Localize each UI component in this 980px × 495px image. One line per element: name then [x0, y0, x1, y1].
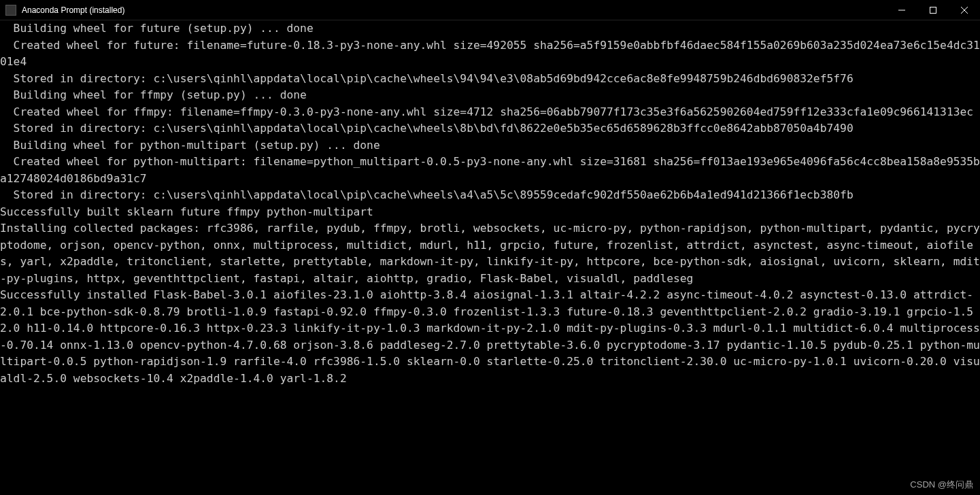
terminal-line: Building wheel for python-multipart (set…	[0, 139, 380, 152]
terminal-line: Building wheel for future (setup.py) ...…	[0, 22, 314, 35]
watermark: CSDN @终问鼎	[910, 479, 973, 491]
close-button[interactable]	[949, 0, 980, 20]
close-icon	[961, 7, 968, 14]
terminal-line: Successfully built sklearn future ffmpy …	[0, 205, 373, 218]
window-title: Anaconda Prompt (installed)	[22, 5, 886, 15]
terminal-line: Created wheel for python-multipart: file…	[0, 155, 980, 185]
terminal-line: Stored in directory: c:\users\qinhl\appd…	[0, 72, 854, 85]
terminal-line: Stored in directory: c:\users\qinhl\appd…	[0, 122, 854, 135]
minimize-button[interactable]	[886, 0, 917, 20]
window-controls	[886, 0, 980, 20]
title-bar: Anaconda Prompt (installed)	[0, 0, 980, 20]
maximize-icon	[930, 7, 936, 14]
terminal-line: Successfully installed Flask-Babel-3.0.1…	[0, 288, 980, 385]
terminal-output[interactable]: Building wheel for future (setup.py) ...…	[0, 20, 980, 387]
svg-rect-1	[930, 7, 936, 13]
terminal-line: Building wheel for ffmpy (setup.py) ... …	[0, 88, 307, 101]
app-icon	[5, 5, 16, 16]
terminal-line: Installing collected packages: rfc3986, …	[0, 222, 980, 285]
minimize-icon	[898, 7, 905, 14]
terminal-line: Created wheel for future: filename=futur…	[0, 39, 980, 69]
terminal-line: Stored in directory: c:\users\qinhl\appd…	[0, 188, 854, 201]
terminal-line: Created wheel for ffmpy: filename=ffmpy-…	[0, 105, 973, 118]
maximize-button[interactable]	[917, 0, 949, 20]
